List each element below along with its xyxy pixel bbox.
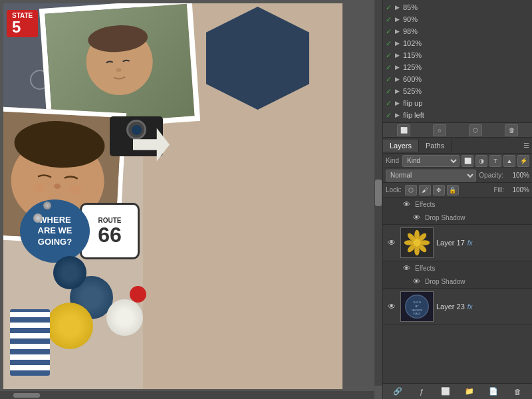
right-panel: ✓ ▶ 85% ✓ ▶ 90% ✓ ▶ 98% ✓ ▶ 102% ✓ ▶ xyxy=(382,0,532,399)
zoom-item-flipup[interactable]: ✓ ▶ flip up xyxy=(383,97,532,109)
layer-visibility-23[interactable]: 👁 xyxy=(386,302,398,311)
zoom-arrow-525: ▶ xyxy=(395,88,403,94)
effects-label-1: Effects xyxy=(415,201,435,208)
filter-shape-icon[interactable]: ▲ xyxy=(503,155,515,167)
link-layers-button[interactable]: 🔗 xyxy=(390,385,405,398)
zoom-arrow-flipup: ▶ xyxy=(395,100,403,106)
zoom-arrow-600: ▶ xyxy=(395,76,403,82)
tab-layers[interactable]: Layers xyxy=(383,140,419,152)
filter-kind-select[interactable]: Kind xyxy=(402,155,460,167)
effects-row-1: 👁 Effects xyxy=(383,198,532,211)
state-sign: STATE 5 xyxy=(7,10,38,37)
zoom-label-90: 90% xyxy=(403,15,529,23)
fill-label: Fill: xyxy=(493,186,504,194)
save-selection-button[interactable]: ⬡ xyxy=(469,124,482,136)
load-channel-button[interactable]: ○ xyxy=(433,124,446,136)
zoom-check-102: ✓ xyxy=(386,39,395,48)
zoom-arrow-85: ▶ xyxy=(395,4,403,11)
zoom-label-85: 85% xyxy=(403,3,529,11)
zoom-check-flipup: ✓ xyxy=(386,99,395,108)
drop-shadow-label-2: Drop Shadow xyxy=(425,278,466,285)
zoom-list: ✓ ▶ 85% ✓ ▶ 90% ✓ ▶ 98% ✓ ▶ 102% ✓ ▶ xyxy=(383,0,532,123)
lock-all-button[interactable]: 🔒 xyxy=(447,185,459,196)
blend-mode-row: Normal Dissolve Multiply Screen Overlay … xyxy=(383,168,532,183)
filter-smart-icon[interactable]: ⚡ xyxy=(517,155,529,167)
zoom-label-525: 525% xyxy=(403,87,529,95)
lock-transparent-button[interactable]: ⬡ xyxy=(405,185,417,196)
layer-info-17: Layer 17 fx xyxy=(436,239,529,247)
layer-name-17: Layer 17 xyxy=(436,239,465,247)
panel-menu-button[interactable]: ☰ xyxy=(523,142,529,149)
effects-label-2: Effects xyxy=(415,265,435,272)
delete-channel-button[interactable]: 🗑 xyxy=(505,124,518,136)
drop-shadow-row-1: 👁 Drop Shadow xyxy=(383,211,532,224)
zoom-label-102: 102% xyxy=(403,39,529,47)
filter-type-icon[interactable]: T xyxy=(489,155,501,167)
zoom-check-525: ✓ xyxy=(386,87,395,96)
zoom-item-90[interactable]: ✓ ▶ 90% xyxy=(383,13,532,25)
blend-mode-select[interactable]: Normal Dissolve Multiply Screen Overlay xyxy=(386,170,476,182)
filter-label: Kind xyxy=(386,157,399,164)
scrapbook-page: STATE 5 xyxy=(3,3,342,389)
layer-fx-17: fx xyxy=(467,239,473,247)
layer-visibility-17[interactable]: 👁 xyxy=(386,238,398,247)
create-new-channel-button[interactable]: ⬜ xyxy=(397,124,410,136)
flower-yellow xyxy=(47,303,93,349)
panel-toolbar: ⬜ ○ ⬡ 🗑 xyxy=(383,123,532,138)
layer-info-23: Layer 23 fx xyxy=(436,303,529,311)
canvas-vertical-scrollbar[interactable] xyxy=(374,0,382,386)
filter-pixel-icon[interactable]: ⬜ xyxy=(462,155,473,167)
create-new-layer-button[interactable]: 📄 xyxy=(486,385,501,398)
canvas-area: STATE 5 xyxy=(0,0,382,399)
effects-group-2: 👁 Effects 👁 Drop Shadow xyxy=(383,261,532,289)
filter-row: Kind Kind ⬜ ◑ T ▲ ⚡ xyxy=(383,154,532,168)
zoom-item-98[interactable]: ✓ ▶ 98% xyxy=(383,25,532,37)
zoom-item-flipleft[interactable]: ✓ ▶ flip left xyxy=(383,109,532,121)
svg-text:FAVORITE: FAVORITE xyxy=(412,309,423,312)
drop-shadow-eye-icon-1[interactable]: 👁 xyxy=(413,213,422,221)
lock-position-button[interactable]: ✥ xyxy=(433,185,445,196)
layer-thumbnail-23: THIS IS MY FAVORITE PLACE xyxy=(400,291,434,322)
zoom-item-115[interactable]: ✓ ▶ 115% xyxy=(383,49,532,61)
layer-list[interactable]: 👁 Effects 👁 Drop Shadow 👁 xyxy=(383,198,532,383)
zoom-arrow-98: ▶ xyxy=(395,28,403,35)
layer-fx-23: fx xyxy=(467,303,473,311)
layer-item-17[interactable]: 👁 xyxy=(383,225,532,261)
main-container: STATE 5 xyxy=(0,0,532,399)
svg-text:PLACE: PLACE xyxy=(413,313,421,315)
layer-item-23[interactable]: 👁 THIS IS MY FAVORITE PLACE xyxy=(383,289,532,325)
canvas-hscroll-thumb[interactable] xyxy=(13,393,40,398)
svg-point-18 xyxy=(413,239,421,247)
zoom-item-102[interactable]: ✓ ▶ 102% xyxy=(383,37,532,49)
add-layer-mask-button[interactable]: ⬜ xyxy=(438,385,453,398)
filter-adjustment-icon[interactable]: ◑ xyxy=(475,155,487,167)
opacity-value: 100% xyxy=(506,172,529,179)
effects-group-1: 👁 Effects 👁 Drop Shadow xyxy=(383,198,532,225)
create-group-button[interactable]: 📁 xyxy=(462,385,477,398)
zoom-item-125[interactable]: ✓ ▶ 125% xyxy=(383,61,532,73)
zoom-label-115: 115% xyxy=(403,51,529,59)
effect-eye-icon-1[interactable]: 👁 xyxy=(403,200,412,208)
lock-image-button[interactable]: 🖌 xyxy=(419,185,431,196)
svg-text:THIS IS: THIS IS xyxy=(413,301,422,304)
zoom-item-85[interactable]: ✓ ▶ 85% xyxy=(383,1,532,13)
add-layer-style-button[interactable]: ƒ xyxy=(414,385,429,398)
zoom-item-600[interactable]: ✓ ▶ 600% xyxy=(383,73,532,85)
flower-white xyxy=(106,299,143,336)
delete-layer-button[interactable]: 🗑 xyxy=(510,385,525,398)
tab-paths[interactable]: Paths xyxy=(419,140,452,152)
drop-shadow-eye-icon-2[interactable]: 👁 xyxy=(413,277,422,285)
svg-text:MY: MY xyxy=(415,305,419,308)
brad-1 xyxy=(33,213,43,223)
zoom-check-85: ✓ xyxy=(386,3,395,12)
canvas-horizontal-scrollbar[interactable] xyxy=(0,391,374,399)
effect-eye-icon-2[interactable]: 👁 xyxy=(403,264,412,272)
drop-shadow-row-2: 👁 Drop Shadow xyxy=(383,275,532,288)
zoom-arrow-90: ▶ xyxy=(395,16,403,23)
zoom-arrow-125: ▶ xyxy=(395,64,403,70)
zoom-item-525[interactable]: ✓ ▶ 525% xyxy=(383,85,532,97)
zoom-check-115: ✓ xyxy=(386,51,395,60)
zoom-arrow-102: ▶ xyxy=(395,40,403,47)
stripe-ribbon xyxy=(10,309,50,376)
canvas-vscroll-thumb[interactable] xyxy=(375,180,382,206)
